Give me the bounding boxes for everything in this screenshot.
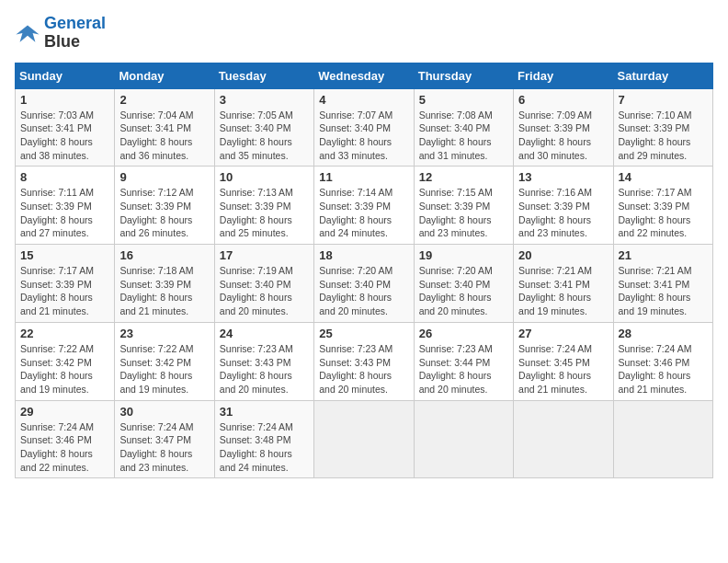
calendar-week-3: 15 Sunrise: 7:17 AM Sunset: 3:39 PM Dayl… [16,245,713,323]
calendar-cell: 16 Sunrise: 7:18 AM Sunset: 3:39 PM Dayl… [115,245,214,323]
day-info: Sunrise: 7:13 AM Sunset: 3:39 PM Dayligh… [220,186,309,240]
day-info: Sunrise: 7:09 AM Sunset: 3:39 PM Dayligh… [518,109,608,163]
calendar-header: SundayMondayTuesdayWednesdayThursdayFrid… [16,63,713,88]
day-number: 4 [319,93,408,107]
calendar-cell: 19 Sunrise: 7:20 AM Sunset: 3:40 PM Dayl… [414,245,513,323]
calendar-cell [414,400,513,478]
day-number: 3 [220,93,309,107]
day-number: 29 [20,405,109,419]
day-number: 12 [419,170,508,184]
day-number: 7 [619,93,708,107]
calendar-cell: 28 Sunrise: 7:24 AM Sunset: 3:46 PM Dayl… [613,322,712,400]
day-number: 30 [119,405,209,419]
day-info: Sunrise: 7:17 AM Sunset: 3:39 PM Dayligh… [20,264,109,318]
calendar-cell: 24 Sunrise: 7:23 AM Sunset: 3:43 PM Dayl… [214,322,313,400]
day-info: Sunrise: 7:10 AM Sunset: 3:39 PM Dayligh… [619,109,708,163]
day-number: 22 [20,327,109,340]
day-info: Sunrise: 7:22 AM Sunset: 3:42 PM Dayligh… [119,342,209,396]
day-info: Sunrise: 7:23 AM Sunset: 3:43 PM Dayligh… [319,342,408,396]
day-number: 6 [518,93,608,107]
weekday-header-friday: Friday [514,63,613,88]
day-info: Sunrise: 7:17 AM Sunset: 3:39 PM Dayligh… [619,186,708,240]
calendar-week-2: 8 Sunrise: 7:11 AM Sunset: 3:39 PM Dayli… [16,167,713,245]
day-info: Sunrise: 7:24 AM Sunset: 3:46 PM Dayligh… [20,420,109,475]
calendar-cell [613,400,712,478]
day-number: 31 [220,405,309,419]
day-info: Sunrise: 7:11 AM Sunset: 3:39 PM Dayligh… [20,186,109,240]
calendar-cell: 2 Sunrise: 7:04 AM Sunset: 3:41 PM Dayli… [115,88,214,167]
calendar-cell: 7 Sunrise: 7:10 AM Sunset: 3:39 PM Dayli… [613,88,712,167]
calendar-cell: 12 Sunrise: 7:15 AM Sunset: 3:39 PM Dayl… [414,167,513,245]
calendar-cell: 31 Sunrise: 7:24 AM Sunset: 3:48 PM Dayl… [214,400,313,478]
weekday-header-tuesday: Tuesday [214,63,313,88]
calendar-cell: 25 Sunrise: 7:23 AM Sunset: 3:43 PM Dayl… [314,322,414,400]
calendar-cell: 17 Sunrise: 7:19 AM Sunset: 3:40 PM Dayl… [214,245,313,323]
calendar-cell: 1 Sunrise: 7:03 AM Sunset: 3:41 PM Dayli… [16,88,115,167]
calendar-cell: 5 Sunrise: 7:08 AM Sunset: 3:40 PM Dayli… [414,88,513,167]
calendar-week-4: 22 Sunrise: 7:22 AM Sunset: 3:42 PM Dayl… [16,322,713,400]
day-info: Sunrise: 7:07 AM Sunset: 3:40 PM Dayligh… [319,109,408,163]
day-info: Sunrise: 7:19 AM Sunset: 3:40 PM Dayligh… [220,264,309,318]
day-info: Sunrise: 7:23 AM Sunset: 3:44 PM Dayligh… [419,342,508,396]
day-info: Sunrise: 7:15 AM Sunset: 3:39 PM Dayligh… [419,186,508,240]
calendar-cell: 18 Sunrise: 7:20 AM Sunset: 3:40 PM Dayl… [314,245,414,323]
calendar-cell: 27 Sunrise: 7:24 AM Sunset: 3:45 PM Dayl… [514,322,613,400]
calendar-cell: 23 Sunrise: 7:22 AM Sunset: 3:42 PM Dayl… [115,322,214,400]
day-info: Sunrise: 7:21 AM Sunset: 3:41 PM Dayligh… [518,264,608,318]
day-info: Sunrise: 7:24 AM Sunset: 3:45 PM Dayligh… [518,342,608,396]
day-info: Sunrise: 7:24 AM Sunset: 3:46 PM Dayligh… [619,342,708,396]
day-info: Sunrise: 7:20 AM Sunset: 3:40 PM Dayligh… [419,264,508,318]
day-number: 16 [119,248,209,262]
day-info: Sunrise: 7:24 AM Sunset: 3:47 PM Dayligh… [119,420,209,475]
day-number: 25 [319,327,408,340]
calendar-cell: 30 Sunrise: 7:24 AM Sunset: 3:47 PM Dayl… [115,400,214,478]
svg-marker-0 [16,25,39,41]
weekday-header-sunday: Sunday [16,63,115,88]
day-info: Sunrise: 7:23 AM Sunset: 3:43 PM Dayligh… [220,342,309,396]
day-number: 11 [319,170,408,184]
calendar-cell: 15 Sunrise: 7:17 AM Sunset: 3:39 PM Dayl… [16,245,115,323]
day-number: 23 [119,327,209,340]
calendar-cell: 10 Sunrise: 7:13 AM Sunset: 3:39 PM Dayl… [214,167,313,245]
calendar-cell: 3 Sunrise: 7:05 AM Sunset: 3:40 PM Dayli… [214,88,313,167]
day-info: Sunrise: 7:16 AM Sunset: 3:39 PM Dayligh… [518,186,608,240]
day-number: 26 [419,327,508,340]
calendar-table: SundayMondayTuesdayWednesdayThursdayFrid… [15,63,713,479]
calendar-cell: 6 Sunrise: 7:09 AM Sunset: 3:39 PM Dayli… [514,88,613,167]
day-number: 10 [220,170,309,184]
calendar-week-1: 1 Sunrise: 7:03 AM Sunset: 3:41 PM Dayli… [16,88,713,167]
calendar-cell: 21 Sunrise: 7:21 AM Sunset: 3:41 PM Dayl… [613,245,712,323]
day-number: 8 [20,170,109,184]
day-number: 2 [119,93,209,107]
calendar-cell [514,400,613,478]
day-number: 1 [20,93,109,107]
calendar-cell: 8 Sunrise: 7:11 AM Sunset: 3:39 PM Dayli… [16,167,115,245]
calendar-cell: 20 Sunrise: 7:21 AM Sunset: 3:41 PM Dayl… [514,245,613,323]
calendar-cell: 4 Sunrise: 7:07 AM Sunset: 3:40 PM Dayli… [314,88,414,167]
day-info: Sunrise: 7:05 AM Sunset: 3:40 PM Dayligh… [220,109,309,163]
day-info: Sunrise: 7:12 AM Sunset: 3:39 PM Dayligh… [119,186,209,240]
day-number: 5 [419,93,508,107]
day-number: 17 [220,248,309,262]
day-number: 24 [220,327,309,340]
weekday-header-thursday: Thursday [414,63,513,88]
calendar-cell [314,400,414,478]
calendar-cell: 22 Sunrise: 7:22 AM Sunset: 3:42 PM Dayl… [16,322,115,400]
day-info: Sunrise: 7:03 AM Sunset: 3:41 PM Dayligh… [20,109,109,163]
calendar-cell: 14 Sunrise: 7:17 AM Sunset: 3:39 PM Dayl… [613,167,712,245]
day-number: 13 [518,170,608,184]
day-number: 28 [619,327,708,340]
day-number: 21 [619,248,708,262]
day-info: Sunrise: 7:24 AM Sunset: 3:48 PM Dayligh… [220,420,309,475]
calendar-cell: 11 Sunrise: 7:14 AM Sunset: 3:39 PM Dayl… [314,167,414,245]
weekday-header-saturday: Saturday [613,63,712,88]
day-info: Sunrise: 7:22 AM Sunset: 3:42 PM Dayligh… [20,342,109,396]
day-number: 15 [20,248,109,262]
day-info: Sunrise: 7:18 AM Sunset: 3:39 PM Dayligh… [119,264,209,318]
logo: GeneralBlue [15,15,106,52]
calendar-week-5: 29 Sunrise: 7:24 AM Sunset: 3:46 PM Dayl… [16,400,713,478]
day-number: 9 [119,170,209,184]
day-info: Sunrise: 7:20 AM Sunset: 3:40 PM Dayligh… [319,264,408,318]
weekday-header-monday: Monday [115,63,214,88]
day-number: 27 [518,327,608,340]
